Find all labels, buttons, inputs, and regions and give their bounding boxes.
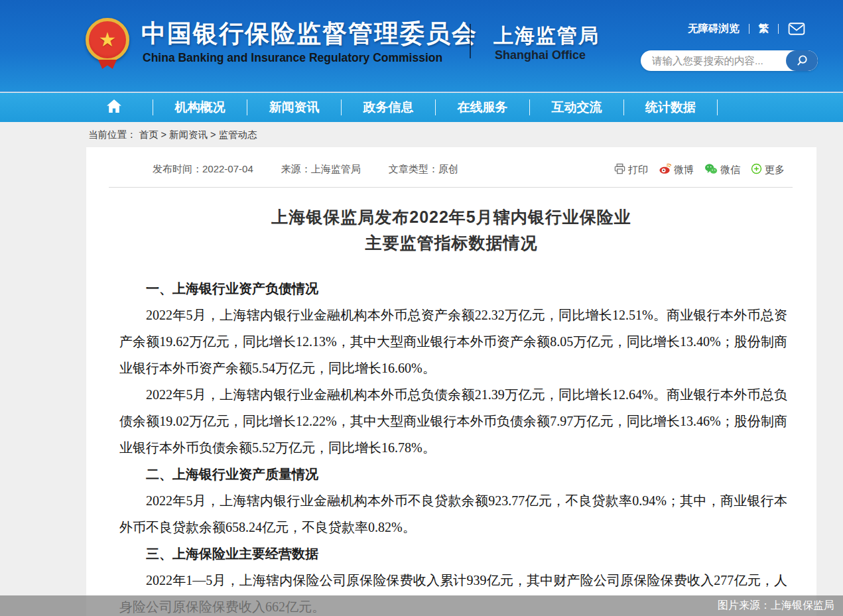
office-title-cn: 上海监管局 [493, 23, 600, 50]
article-paragraph: 2022年5月，上海辖内银行业金融机构本外币不良贷款余额923.77亿元，不良贷… [119, 487, 787, 540]
article-actions: 打印 微博 [614, 163, 785, 176]
nav-item-2[interactable]: 新闻资讯 [247, 99, 341, 115]
weibo-icon [659, 163, 671, 176]
nav-item-5[interactable]: 互动交流 [529, 99, 623, 115]
watermark-bar: 图片来源：上海银保监局 [0, 595, 843, 616]
mail-icon[interactable] [788, 23, 805, 35]
traditional-chinese-link[interactable]: 繁 [759, 22, 769, 36]
article-paragraph: 2022年5月，上海辖内银行业金融机构本外币总负债余额21.39万亿元，同比增长… [119, 381, 787, 461]
nav-item-3[interactable]: 政务信息 [341, 99, 435, 115]
wechat-icon [704, 163, 718, 176]
section-heading: 二、上海银行业资产质量情况 [119, 461, 787, 487]
print-label: 打印 [628, 164, 648, 176]
share-wechat-button[interactable]: 微信 [704, 163, 740, 176]
article-type: 文章类型：原创 [389, 163, 458, 176]
utility-row: 无障碍浏览 繁 [688, 21, 805, 36]
article-body: 一、上海银行业资产负债情况2022年5月，上海辖内银行业金融机构本外币总资产余额… [119, 275, 787, 616]
home-nav-button[interactable] [93, 99, 135, 116]
nav-item-6[interactable]: 统计数据 [623, 99, 718, 115]
publish-date: 发布时间：2022-07-04 [153, 163, 253, 176]
share-more-button[interactable]: 更多 [751, 163, 785, 176]
nav-item-1[interactable]: 机构概况 [153, 99, 247, 115]
org-title-cn: 中国银行保险监督管理委员会 [141, 17, 478, 50]
site-header: ★ 中国银行保险监督管理委员会 China Banking and Insura… [0, 0, 843, 92]
article-title-line2: 主要监管指标数据情况 [365, 233, 538, 252]
utility-separator [749, 24, 749, 34]
article-title-line1: 上海银保监局发布2022年5月辖内银行业保险业 [271, 208, 631, 226]
search-bar [641, 50, 818, 71]
emblem-star-icon: ★ [99, 30, 117, 50]
search-input[interactable] [641, 50, 786, 71]
print-button[interactable]: 打印 [614, 163, 648, 176]
breadcrumb-link-2[interactable]: 新闻资讯 [169, 129, 208, 141]
weibo-label: 微博 [674, 164, 694, 176]
org-title-en: China Banking and Insurance Regulatory C… [143, 51, 442, 65]
more-label: 更多 [765, 164, 785, 176]
header-divider [470, 24, 471, 58]
plus-circle-icon [751, 163, 762, 176]
breadcrumb-label: 当前位置： [88, 129, 137, 141]
section-heading: 一、上海银行业资产负债情况 [119, 275, 787, 302]
breadcrumb-link-1[interactable]: 首页 [139, 129, 159, 141]
article-title: 上海银保监局发布2022年5月辖内银行业保险业主要监管指标数据情况 [86, 204, 816, 256]
main-nav: 机构概况新闻资讯政务信息在线服务互动交流统计数据 [0, 93, 843, 122]
accessibility-link[interactable]: 无障碍浏览 [688, 22, 740, 36]
share-weibo-button[interactable]: 微博 [659, 163, 694, 176]
meta-separator-line [109, 187, 793, 188]
search-button[interactable] [786, 50, 818, 71]
article-meta: 发布时间：2022-07-04 来源：上海监管局 文章类型：原创 [153, 163, 458, 176]
office-title-en: Shanghai Office [495, 48, 586, 62]
nav-item-4[interactable]: 在线服务 [435, 99, 529, 115]
breadcrumb: 当前位置： 首页 > 新闻资讯 > 监管动态 [88, 122, 257, 147]
home-icon [106, 99, 122, 116]
image-source-label: 图片来源：上海银保监局 [718, 599, 834, 613]
breadcrumb-separator: > [208, 129, 219, 140]
article-source: 来源：上海监管局 [281, 163, 361, 176]
article-paragraph: 2022年5月，上海辖内银行业金融机构本外币总资产余额22.32万亿元，同比增长… [119, 302, 787, 381]
article-card: 发布时间：2022-07-04 来源：上海监管局 文章类型：原创 打印 [86, 147, 816, 616]
national-emblem-logo: ★ [86, 18, 129, 62]
wechat-label: 微信 [720, 164, 740, 176]
breadcrumb-separator: > [159, 129, 170, 140]
utility-separator [778, 24, 779, 34]
printer-icon [614, 163, 625, 176]
section-heading: 三、上海保险业主要经营数据 [119, 540, 787, 567]
search-icon [796, 54, 809, 68]
breadcrumb-link-3[interactable]: 监管动态 [219, 129, 257, 141]
